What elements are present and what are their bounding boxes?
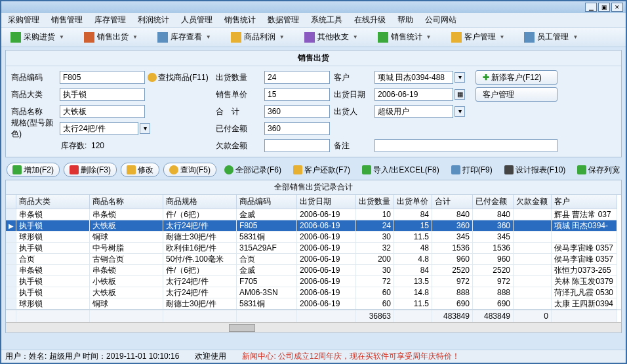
column-header[interactable]: 出货日期 [297, 195, 356, 209]
menu-item[interactable]: 人员管理 [178, 13, 215, 27]
column-header[interactable] [6, 195, 16, 209]
save-columns-button[interactable]: 保存列宽 [573, 163, 624, 177]
status-banner: 新闻中心: 公司成立12周年庆，现在买软件可享受周年庆特价！ [242, 351, 460, 362]
table-row[interactable]: 执手锁小铁板太行24把/件F7052006-06-197213.5972972关… [6, 276, 621, 287]
menu-item[interactable]: 采购管理 [5, 13, 42, 27]
column-header[interactable]: 出货数量 [356, 195, 394, 209]
menu-item[interactable]: 利润统计 [135, 13, 172, 27]
check-icon [224, 165, 233, 174]
toolbar-icon [524, 32, 535, 43]
all-records-button[interactable]: 全部记录(F6) [220, 163, 285, 177]
toolbar-button[interactable]: 销售统计▼ [373, 30, 437, 44]
toolbar-button[interactable]: 销售出货▼ [79, 30, 143, 44]
column-header[interactable]: 商品规格 [163, 195, 237, 209]
customer-dropdown-button[interactable]: ▾ [455, 72, 465, 83]
repay-button[interactable]: 客户还款(F7) [289, 163, 354, 177]
price-input[interactable] [264, 88, 330, 101]
shipper-dropdown-button[interactable]: ▾ [455, 106, 465, 117]
toolbar-button[interactable]: 其他收支▼ [299, 30, 363, 44]
date-picker-button[interactable]: ▦ [455, 89, 465, 100]
design-button[interactable]: 设计报表(F10) [500, 163, 570, 177]
table-cell: 5831铜 [237, 298, 297, 310]
excel-button[interactable]: 导入/出EXCEL(F8) [358, 163, 443, 177]
table-title: 全部销售出货记录合计 [6, 180, 621, 195]
toolbar-button[interactable]: 库存查看▼ [152, 30, 216, 44]
column-header[interactable]: 商品大类 [16, 195, 90, 209]
print-button[interactable]: 打印(F9) [447, 163, 496, 177]
menu-item[interactable]: 公司网站 [422, 13, 459, 27]
horizontal-scrollbar[interactable] [6, 322, 621, 333]
label-shipper: 出货人 [333, 106, 372, 117]
column-header[interactable]: 商品编码 [237, 195, 297, 209]
menu-item[interactable]: 在线升级 [352, 13, 388, 27]
summary-cell [394, 310, 432, 322]
menu-item[interactable]: 销售管理 [49, 13, 85, 27]
table-cell: 耐德士30把/件 [163, 298, 237, 310]
menu-item[interactable]: 销售统计 [222, 13, 258, 27]
save-icon [577, 165, 586, 174]
paid-input[interactable] [264, 122, 330, 135]
shipper-input[interactable] [374, 105, 453, 118]
table-cell: 50付/件.100毫米 [163, 254, 237, 265]
toolbar-button[interactable]: 员工管理▼ [519, 30, 583, 44]
table-row[interactable]: 合页古铜合页50付/件.100毫米合页2006-06-192004.896096… [6, 254, 621, 265]
table-cell [6, 287, 16, 298]
table-row[interactable]: 球形锁铜球耐德士30把/件5831铜2006-06-196011.5690690… [6, 298, 621, 310]
toolbar-icon [451, 32, 462, 43]
table-cell: 金威 [237, 265, 297, 276]
edit-button[interactable]: 修改 [121, 163, 159, 177]
menu-item[interactable]: 数据管理 [265, 13, 302, 27]
column-header[interactable]: 已付金额 [473, 195, 514, 209]
summary-cell: 483849 [432, 310, 473, 322]
toolbar-button[interactable]: 采购进货▼ [5, 30, 70, 44]
pay-icon [293, 165, 302, 174]
scrollbar-thumb[interactable] [229, 324, 255, 332]
table-cell: 欧利佳16把/件 [163, 243, 237, 254]
table-cell: 960 [473, 254, 514, 265]
minimize-button[interactable]: ▁ [585, 3, 597, 12]
table-row[interactable]: 串条锁串条锁件/（6把）金威2006-06-191084840840辉县 曹法常… [6, 209, 621, 220]
name-input[interactable] [60, 105, 145, 118]
column-header[interactable]: 商品名称 [90, 195, 163, 209]
customer-input[interactable] [374, 71, 453, 84]
table-row[interactable]: ▶执手锁大铁板太行24把/件F8052006-06-192415360360项城… [6, 220, 621, 232]
summary-cell [237, 310, 297, 322]
table-cell: 30 [356, 232, 394, 243]
customer-mgmt-button[interactable]: 客户管理 [475, 87, 557, 102]
table-cell: 中号树脂 [90, 243, 163, 254]
table-row[interactable]: 串条锁串条锁件/（6把）金威2006-06-19308425202520张恒力0… [6, 265, 621, 276]
summary-cell: 0 [514, 310, 552, 322]
toolbar-button[interactable]: 客户管理▼ [446, 30, 510, 44]
qty-input[interactable] [264, 71, 330, 84]
table-row[interactable]: 球形锁铜球耐德士30把/件5831铜2006-06-193011.5345345 [6, 232, 621, 243]
column-header[interactable]: 欠款金额 [514, 195, 552, 209]
menu-item[interactable]: 帮助 [395, 13, 416, 27]
delete-icon [70, 165, 79, 174]
query-button[interactable]: 查询(F5) [163, 163, 216, 177]
table-cell: 菏泽孔凡霞 0530 [552, 287, 617, 298]
code-input[interactable] [60, 71, 145, 84]
add-button[interactable]: 增加(F2) [7, 163, 60, 177]
table-cell: 2006-06-19 [297, 298, 356, 310]
menu-item[interactable]: 系统工具 [308, 13, 345, 27]
debt-input[interactable] [264, 139, 330, 152]
remark-input[interactable] [374, 139, 557, 152]
new-customer-button[interactable]: ✚新添客户(F12) [475, 70, 557, 85]
date-input[interactable] [374, 88, 453, 101]
maximize-button[interactable]: ▣ [598, 3, 610, 12]
search-product-button[interactable]: 查找商品(F11) [148, 72, 212, 83]
spec-clear-button[interactable]: ▾ [140, 123, 150, 134]
table-cell: 球形锁 [16, 298, 90, 310]
column-header[interactable]: 合计 [432, 195, 473, 209]
column-header[interactable]: 客户 [552, 195, 617, 209]
table-row[interactable]: 执手锁大铁板太行24把/件AM06-3SN2006-06-196014.8888… [6, 287, 621, 298]
spec-input[interactable] [60, 122, 138, 135]
close-button[interactable]: ✕ [611, 3, 623, 12]
toolbar-button[interactable]: 商品利润▼ [226, 30, 290, 44]
table-row[interactable]: 执手锁中号树脂欧利佳16把/件315A29AF2006-06-193248153… [6, 243, 621, 254]
total-input[interactable] [264, 105, 330, 118]
column-header[interactable]: 出货单价 [394, 195, 432, 209]
menu-item[interactable]: 库存管理 [92, 13, 129, 27]
category-input[interactable] [60, 88, 145, 101]
delete-button[interactable]: 删除(F3) [64, 163, 117, 177]
